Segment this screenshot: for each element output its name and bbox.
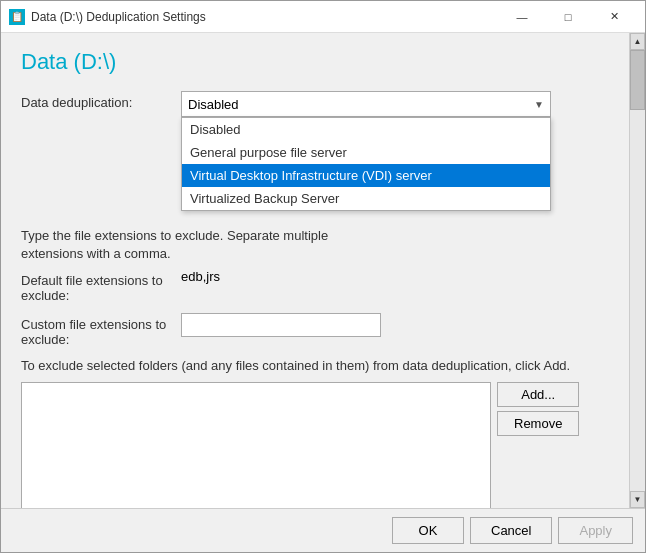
apply-button[interactable]: Apply (558, 517, 633, 544)
bottom-buttons: OK Cancel Apply (1, 508, 645, 552)
scroll-down-button[interactable]: ▼ (630, 491, 645, 508)
content-area: Data (D:\) Data deduplication: Disabled … (1, 33, 645, 508)
custom-extensions-label: Custom file extensions to exclude: (21, 313, 181, 347)
scroll-thumb[interactable] (630, 50, 645, 110)
default-extensions-row: Default file extensions to exclude: edb,… (21, 269, 609, 303)
scroll-up-button[interactable]: ▲ (630, 33, 645, 50)
remove-button[interactable]: Remove (497, 411, 579, 436)
dropdown-option-general[interactable]: General purpose file server (182, 141, 550, 164)
window-icon: 📋 (9, 9, 25, 25)
dropdown-option-disabled[interactable]: Disabled (182, 118, 550, 141)
custom-extensions-input[interactable] (181, 313, 381, 337)
deduplication-row: Data deduplication: Disabled ▼ Disabled … (21, 91, 609, 117)
dropdown-option-vdi[interactable]: Virtual Desktop Infrastructure (VDI) ser… (182, 164, 550, 187)
folders-row: Add... Remove (21, 382, 609, 508)
ok-button[interactable]: OK (392, 517, 464, 544)
folders-description: To exclude selected folders (and any fil… (21, 357, 609, 375)
folder-buttons: Add... Remove (497, 382, 579, 436)
maximize-button[interactable]: □ (545, 1, 591, 33)
main-content: Data (D:\) Data deduplication: Disabled … (1, 33, 629, 508)
default-extensions-text: edb,jrs (181, 269, 220, 284)
minimize-button[interactable]: — (499, 1, 545, 33)
dropdown-arrow-icon: ▼ (534, 99, 544, 110)
default-extensions-label: Default file extensions to exclude: (21, 269, 181, 303)
title-bar-buttons: — □ ✕ (499, 1, 637, 33)
deduplication-label: Data deduplication: (21, 91, 181, 110)
folder-list[interactable] (21, 382, 491, 508)
deduplication-selected-value: Disabled (188, 97, 534, 112)
dropdown-option-backup[interactable]: Virtualized Backup Server (182, 187, 550, 210)
extensions-description: Type the file extensions to exclude. Sep… (21, 227, 609, 263)
add-button[interactable]: Add... (497, 382, 579, 407)
deduplication-dropdown: Disabled ▼ Disabled General purpose file… (181, 91, 609, 117)
cancel-button[interactable]: Cancel (470, 517, 552, 544)
page-title: Data (D:\) (21, 49, 609, 75)
scroll-track[interactable] (630, 50, 645, 491)
close-button[interactable]: ✕ (591, 1, 637, 33)
window-title: Data (D:\) Deduplication Settings (31, 10, 499, 24)
deduplication-control: Disabled ▼ Disabled General purpose file… (181, 91, 609, 117)
custom-extensions-control (181, 313, 609, 337)
main-window: 📋 Data (D:\) Deduplication Settings — □ … (0, 0, 646, 553)
deduplication-dropdown-list: Disabled General purpose file server Vir… (181, 117, 551, 211)
default-extensions-value: edb,jrs (181, 269, 609, 284)
scrollbar: ▲ ▼ (629, 33, 645, 508)
custom-extensions-row: Custom file extensions to exclude: (21, 313, 609, 347)
title-bar: 📋 Data (D:\) Deduplication Settings — □ … (1, 1, 645, 33)
deduplication-dropdown-header[interactable]: Disabled ▼ (181, 91, 551, 117)
